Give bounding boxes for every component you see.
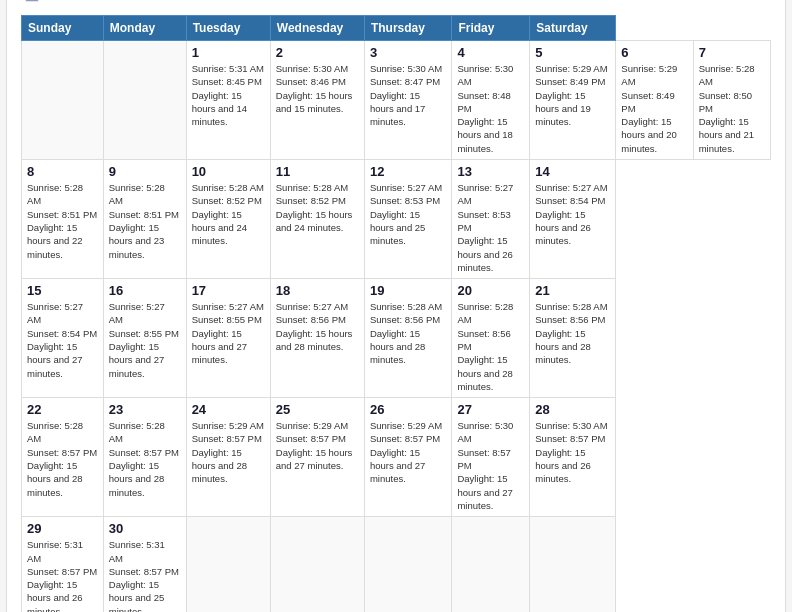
calendar-cell	[186, 517, 270, 612]
calendar-cell: 7Sunrise: 5:28 AMSunset: 8:50 PMDaylight…	[693, 40, 770, 159]
logo	[21, 0, 47, 7]
day-info: Sunrise: 5:27 AMSunset: 8:53 PMDaylight:…	[370, 181, 446, 247]
day-number: 3	[370, 45, 446, 60]
week-row-3: 15Sunrise: 5:27 AMSunset: 8:54 PMDayligh…	[22, 279, 771, 398]
calendar-cell: 12Sunrise: 5:27 AMSunset: 8:53 PMDayligh…	[364, 160, 451, 279]
week-row-2: 8Sunrise: 5:28 AMSunset: 8:51 PMDaylight…	[22, 160, 771, 279]
calendar-cell: 2Sunrise: 5:30 AMSunset: 8:46 PMDaylight…	[270, 40, 364, 159]
day-number: 15	[27, 283, 98, 298]
calendar-header-row: SundayMondayTuesdayWednesdayThursdayFrid…	[22, 15, 771, 40]
calendar-cell: 10Sunrise: 5:28 AMSunset: 8:52 PMDayligh…	[186, 160, 270, 279]
calendar-cell: 16Sunrise: 5:27 AMSunset: 8:55 PMDayligh…	[103, 279, 186, 398]
week-row-1: 1Sunrise: 5:31 AMSunset: 8:45 PMDaylight…	[22, 40, 771, 159]
calendar-cell	[103, 40, 186, 159]
calendar-header	[21, 0, 771, 7]
calendar-cell: 25Sunrise: 5:29 AMSunset: 8:57 PMDayligh…	[270, 398, 364, 517]
day-number: 1	[192, 45, 265, 60]
calendar-cell: 3Sunrise: 5:30 AMSunset: 8:47 PMDaylight…	[364, 40, 451, 159]
day-number: 9	[109, 164, 181, 179]
day-info: Sunrise: 5:30 AMSunset: 8:46 PMDaylight:…	[276, 62, 359, 115]
week-row-5: 29Sunrise: 5:31 AMSunset: 8:57 PMDayligh…	[22, 517, 771, 612]
day-number: 4	[457, 45, 524, 60]
svg-marker-1	[25, 0, 38, 1]
day-number: 28	[535, 402, 610, 417]
day-number: 17	[192, 283, 265, 298]
day-number: 26	[370, 402, 446, 417]
calendar-cell	[452, 517, 530, 612]
day-number: 22	[27, 402, 98, 417]
weekday-header-monday: Monday	[103, 15, 186, 40]
calendar-cell: 4Sunrise: 5:30 AMSunset: 8:48 PMDaylight…	[452, 40, 530, 159]
weekday-header-sunday: Sunday	[22, 15, 104, 40]
day-number: 12	[370, 164, 446, 179]
day-number: 29	[27, 521, 98, 536]
day-number: 11	[276, 164, 359, 179]
calendar-cell: 8Sunrise: 5:28 AMSunset: 8:51 PMDaylight…	[22, 160, 104, 279]
calendar-cell: 1Sunrise: 5:31 AMSunset: 8:45 PMDaylight…	[186, 40, 270, 159]
calendar-grid: SundayMondayTuesdayWednesdayThursdayFrid…	[21, 15, 771, 612]
day-info: Sunrise: 5:28 AMSunset: 8:52 PMDaylight:…	[192, 181, 265, 247]
calendar-cell: 29Sunrise: 5:31 AMSunset: 8:57 PMDayligh…	[22, 517, 104, 612]
calendar-cell: 19Sunrise: 5:28 AMSunset: 8:56 PMDayligh…	[364, 279, 451, 398]
day-number: 2	[276, 45, 359, 60]
calendar-cell: 27Sunrise: 5:30 AMSunset: 8:57 PMDayligh…	[452, 398, 530, 517]
day-info: Sunrise: 5:31 AMSunset: 8:57 PMDaylight:…	[27, 538, 98, 612]
day-number: 16	[109, 283, 181, 298]
day-info: Sunrise: 5:30 AMSunset: 8:57 PMDaylight:…	[535, 419, 610, 485]
day-number: 5	[535, 45, 610, 60]
day-info: Sunrise: 5:27 AMSunset: 8:54 PMDaylight:…	[27, 300, 98, 380]
day-number: 25	[276, 402, 359, 417]
calendar-cell: 20Sunrise: 5:28 AMSunset: 8:56 PMDayligh…	[452, 279, 530, 398]
weekday-header-wednesday: Wednesday	[270, 15, 364, 40]
day-info: Sunrise: 5:29 AMSunset: 8:57 PMDaylight:…	[276, 419, 359, 472]
day-info: Sunrise: 5:28 AMSunset: 8:52 PMDaylight:…	[276, 181, 359, 234]
calendar-cell: 9Sunrise: 5:28 AMSunset: 8:51 PMDaylight…	[103, 160, 186, 279]
day-info: Sunrise: 5:28 AMSunset: 8:56 PMDaylight:…	[457, 300, 524, 393]
day-number: 13	[457, 164, 524, 179]
calendar-cell: 5Sunrise: 5:29 AMSunset: 8:49 PMDaylight…	[530, 40, 616, 159]
day-info: Sunrise: 5:30 AMSunset: 8:47 PMDaylight:…	[370, 62, 446, 128]
day-info: Sunrise: 5:27 AMSunset: 8:56 PMDaylight:…	[276, 300, 359, 353]
calendar-cell: 24Sunrise: 5:29 AMSunset: 8:57 PMDayligh…	[186, 398, 270, 517]
day-number: 14	[535, 164, 610, 179]
day-number: 7	[699, 45, 765, 60]
calendar-cell: 13Sunrise: 5:27 AMSunset: 8:53 PMDayligh…	[452, 160, 530, 279]
calendar-cell: 26Sunrise: 5:29 AMSunset: 8:57 PMDayligh…	[364, 398, 451, 517]
day-number: 19	[370, 283, 446, 298]
logo-icon	[21, 0, 43, 7]
calendar-cell	[270, 517, 364, 612]
day-info: Sunrise: 5:28 AMSunset: 8:57 PMDaylight:…	[27, 419, 98, 499]
day-info: Sunrise: 5:28 AMSunset: 8:51 PMDaylight:…	[109, 181, 181, 261]
day-number: 23	[109, 402, 181, 417]
weekday-header-tuesday: Tuesday	[186, 15, 270, 40]
calendar-cell: 15Sunrise: 5:27 AMSunset: 8:54 PMDayligh…	[22, 279, 104, 398]
day-number: 20	[457, 283, 524, 298]
day-info: Sunrise: 5:29 AMSunset: 8:49 PMDaylight:…	[535, 62, 610, 128]
calendar-cell: 21Sunrise: 5:28 AMSunset: 8:56 PMDayligh…	[530, 279, 616, 398]
day-number: 18	[276, 283, 359, 298]
day-number: 21	[535, 283, 610, 298]
day-info: Sunrise: 5:31 AMSunset: 8:57 PMDaylight:…	[109, 538, 181, 612]
calendar-cell: 23Sunrise: 5:28 AMSunset: 8:57 PMDayligh…	[103, 398, 186, 517]
calendar-cell	[22, 40, 104, 159]
calendar-cell: 11Sunrise: 5:28 AMSunset: 8:52 PMDayligh…	[270, 160, 364, 279]
calendar-cell: 22Sunrise: 5:28 AMSunset: 8:57 PMDayligh…	[22, 398, 104, 517]
calendar-cell	[530, 517, 616, 612]
day-info: Sunrise: 5:28 AMSunset: 8:56 PMDaylight:…	[535, 300, 610, 366]
day-info: Sunrise: 5:27 AMSunset: 8:55 PMDaylight:…	[192, 300, 265, 366]
weekday-header-friday: Friday	[452, 15, 530, 40]
calendar-cell: 30Sunrise: 5:31 AMSunset: 8:57 PMDayligh…	[103, 517, 186, 612]
day-info: Sunrise: 5:29 AMSunset: 8:57 PMDaylight:…	[370, 419, 446, 485]
weekday-header-thursday: Thursday	[364, 15, 451, 40]
day-info: Sunrise: 5:29 AMSunset: 8:49 PMDaylight:…	[621, 62, 687, 155]
weekday-header-saturday: Saturday	[530, 15, 616, 40]
day-number: 30	[109, 521, 181, 536]
day-number: 27	[457, 402, 524, 417]
day-info: Sunrise: 5:29 AMSunset: 8:57 PMDaylight:…	[192, 419, 265, 485]
day-number: 8	[27, 164, 98, 179]
day-info: Sunrise: 5:30 AMSunset: 8:48 PMDaylight:…	[457, 62, 524, 155]
day-number: 10	[192, 164, 265, 179]
week-row-4: 22Sunrise: 5:28 AMSunset: 8:57 PMDayligh…	[22, 398, 771, 517]
calendar-cell: 14Sunrise: 5:27 AMSunset: 8:54 PMDayligh…	[530, 160, 616, 279]
day-info: Sunrise: 5:28 AMSunset: 8:56 PMDaylight:…	[370, 300, 446, 366]
